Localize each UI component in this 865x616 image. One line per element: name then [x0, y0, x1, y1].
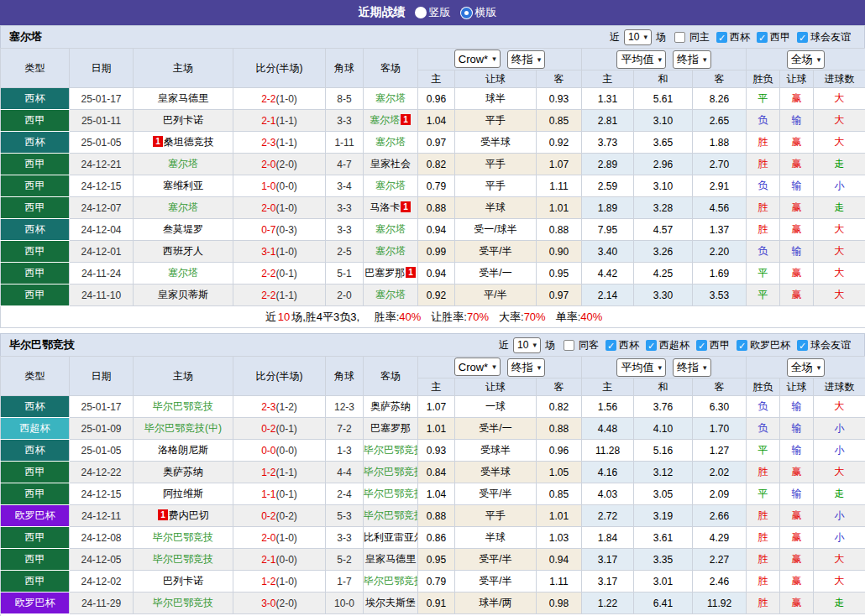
- column-header-type: 类型: [1, 49, 70, 88]
- league-filter-checkbox[interactable]: ✓: [757, 32, 768, 43]
- league-filter-label: 西杯: [730, 30, 750, 44]
- result-goals-cell: 大: [814, 462, 865, 483]
- league-tag: 欧罗巴杯: [1, 593, 70, 614]
- match-row: 西甲24-12-02巴列卡诺1-2(1-0)1-7毕尔巴鄂竞技0.79受平/半1…: [1, 571, 865, 593]
- avg-away-cell: 2.65: [693, 110, 747, 132]
- fulltime-score: 1-2: [261, 576, 275, 587]
- away-odds-cell: 0.96: [537, 440, 582, 462]
- home-team-name: 皇家贝蒂斯: [158, 289, 208, 300]
- away-odds-cell: 0.85: [537, 483, 582, 505]
- result-outcome-cell: 胜: [747, 154, 780, 175]
- league-tag: 西甲: [1, 197, 70, 219]
- recent-count-select[interactable]: 10▾: [513, 337, 541, 353]
- home-odds-cell: 0.86: [418, 527, 455, 549]
- fulltime-score: 0-2: [261, 510, 275, 522]
- league-filter-checkbox[interactable]: ✓: [716, 32, 727, 43]
- fulltime-score: 2-2: [261, 290, 275, 301]
- average-index-mode-select[interactable]: 终指▾: [673, 50, 711, 69]
- home-team-cell: 1桑坦德竞技: [134, 132, 233, 154]
- score-cell: 0-0(0-0): [233, 440, 326, 462]
- home-team-cell: 西班牙人: [134, 241, 233, 263]
- halftime-score: (1-2): [276, 401, 297, 413]
- result-goals-cell: 大: [814, 219, 865, 241]
- date-cell: 24-12-15: [70, 483, 134, 505]
- avg-home-cell: 2.81: [582, 110, 634, 132]
- match-scope-select[interactable]: 全场▾: [787, 50, 826, 69]
- away-team-cell: 皇家社会: [364, 154, 418, 175]
- match-row: 西甲25-01-11巴列卡诺2-1(1-1)3-3塞尔塔11.04平手0.852…: [1, 110, 865, 132]
- league-filter-checkbox[interactable]: ✓: [646, 340, 657, 351]
- league-filter-label: 欧罗巴杯: [750, 338, 790, 352]
- avg-draw-cell: 3.10: [634, 175, 693, 197]
- league-filter-checkbox[interactable]: ✓: [737, 340, 747, 351]
- away-odds-cell: 1.05: [537, 462, 582, 483]
- same-venue-label: 同客: [579, 338, 599, 352]
- same-venue-checkbox[interactable]: [674, 32, 685, 43]
- home-team-name: 西班牙人: [163, 245, 203, 257]
- matches-label: 场: [545, 338, 555, 352]
- avg-draw-cell: 3.35: [634, 549, 693, 571]
- home-team-cell: 巴列卡诺: [134, 571, 233, 593]
- avg-away-cell: 1.88: [693, 132, 747, 154]
- home-odds-cell: 0.94: [418, 263, 455, 285]
- date-cell: 25-01-05: [70, 440, 134, 462]
- match-row: 欧罗巴杯24-12-111费内巴切0-2(0-2)5-3毕尔巴鄂竞技0.88平手…: [1, 505, 865, 527]
- result-outcome-cell: 负: [747, 175, 780, 197]
- same-venue-checkbox[interactable]: [564, 340, 574, 351]
- average-index-mode-select[interactable]: 终指▾: [673, 358, 711, 377]
- match-scope-select[interactable]: 全场▾: [787, 358, 826, 377]
- layout-radio-group: 竖版 横版: [416, 5, 507, 20]
- odds-company-select[interactable]: Crow*▾: [454, 358, 501, 376]
- home-team-name: 皇家马德里: [158, 92, 208, 104]
- subheader-avg-away: 客: [693, 378, 747, 396]
- summary-stat-label: 让胜率:: [431, 311, 467, 323]
- home-team-name: 毕尔巴鄂竞技: [153, 553, 213, 565]
- halftime-score: (0-0): [276, 445, 297, 457]
- result-handicap-cell: 赢: [780, 154, 814, 175]
- match-row: 西甲24-11-24塞尔塔2-2(0-1)5-1巴塞罗那10.94受半/一0.9…: [1, 263, 865, 285]
- home-team-name: 毕尔巴鄂竞技: [153, 597, 213, 608]
- result-handicap-cell: 赢: [780, 505, 814, 527]
- home-team-cell: 皇家贝蒂斯: [134, 285, 233, 306]
- column-header-corners: 角球: [326, 49, 364, 88]
- recent-count-select[interactable]: 10▾: [624, 29, 652, 45]
- odds-company-select[interactable]: Crow*▾: [454, 50, 501, 68]
- result-goals-cell: 大: [814, 571, 865, 593]
- fulltime-score: 1-0: [261, 180, 275, 192]
- home-team-cell: 皇家马德里: [134, 88, 233, 110]
- column-header-corners: 角球: [326, 357, 364, 396]
- result-goals-cell: 走: [814, 483, 865, 505]
- odds-index-mode-select[interactable]: 终指▾: [507, 50, 546, 69]
- handicap-line-cell: 受平/半: [455, 483, 537, 505]
- home-odds-cell: 0.97: [418, 132, 455, 154]
- home-team-cell: 毕尔巴鄂竞技: [134, 396, 233, 418]
- match-row: 西甲24-12-15塞维利亚1-0(0-0)3-4塞尔塔0.79平手1.112.…: [1, 175, 865, 197]
- home-team-cell: 巴列卡诺: [134, 110, 233, 132]
- average-odds-select[interactable]: 平均值▾: [616, 358, 666, 377]
- date-cell: 24-12-05: [70, 549, 134, 571]
- avg-away-cell: 4.29: [693, 527, 747, 549]
- league-filter-checkbox[interactable]: ✓: [696, 340, 707, 351]
- summary-stat-value: 70%: [524, 311, 546, 323]
- recent-count-select-value: 10: [628, 31, 639, 43]
- home-team-name: 毕尔巴鄂竞技(中): [144, 422, 222, 434]
- avg-away-cell: 2.09: [693, 483, 747, 505]
- league-tag: 西超杯: [1, 418, 70, 440]
- radio-vertical-layout[interactable]: [416, 8, 426, 18]
- summary-lead: 近: [265, 311, 276, 323]
- radio-horizontal-layout[interactable]: [461, 8, 472, 18]
- league-filter-checkbox[interactable]: ✓: [797, 340, 808, 351]
- odds-index-mode-select[interactable]: 终指▾: [507, 358, 546, 377]
- league-filter-checkbox[interactable]: ✓: [797, 32, 808, 43]
- result-goals-cell: 走: [814, 593, 865, 614]
- corners-cell: 3-4: [326, 175, 364, 197]
- home-team-name: 阿拉维斯: [163, 488, 203, 499]
- away-team-name: 埃尔夫斯堡: [365, 597, 416, 608]
- away-team-cell: 塞尔塔: [364, 88, 418, 110]
- corners-cell: 3-3: [326, 527, 364, 549]
- date-cell: 25-01-17: [70, 396, 134, 418]
- average-odds-select[interactable]: 平均值▾: [616, 50, 666, 69]
- league-filter-checkbox[interactable]: ✓: [606, 340, 616, 351]
- avg-home-cell: 11.28: [582, 440, 634, 462]
- halftime-score: (0-0): [276, 554, 297, 566]
